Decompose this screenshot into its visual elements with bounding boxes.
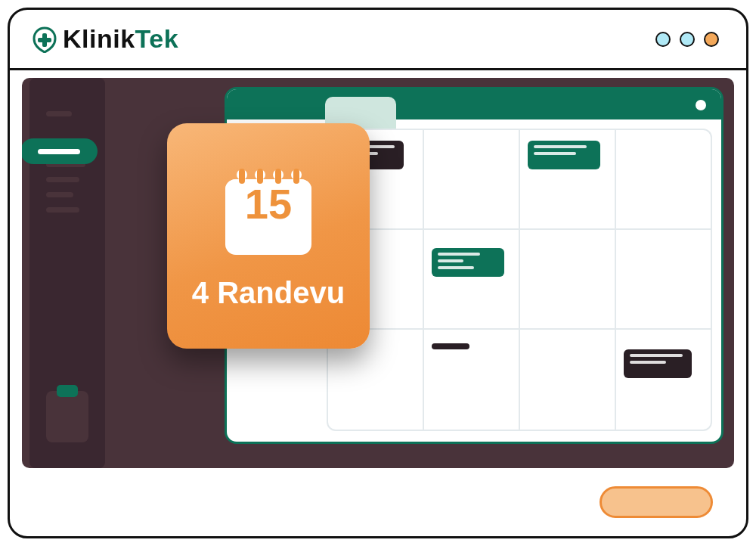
- window-dot-3[interactable]: [704, 32, 719, 47]
- calendar-event[interactable]: [528, 141, 600, 169]
- brand-name: KlinikTek: [63, 24, 178, 54]
- calendar-cell[interactable]: [520, 130, 616, 228]
- clipboard-icon[interactable]: [43, 385, 91, 445]
- calendar-cell[interactable]: [520, 330, 616, 430]
- calendar-cell[interactable]: [616, 130, 711, 228]
- svg-rect-13: [293, 169, 299, 184]
- workspace: [22, 78, 734, 468]
- window-controls: [655, 32, 719, 47]
- sidebar-item-label: [38, 149, 80, 154]
- calendar-cell[interactable]: [424, 330, 520, 430]
- appointment-count-label: 4 Randevu: [192, 276, 345, 310]
- calendar-cell[interactable]: [424, 230, 520, 328]
- brand-logo: KlinikTek: [31, 24, 178, 54]
- sidebar: [29, 78, 105, 468]
- day-number: 15: [245, 179, 292, 228]
- calendar-cell[interactable]: [616, 330, 711, 430]
- calendar-event[interactable]: [624, 349, 692, 378]
- calendar-grid: [327, 129, 712, 431]
- calendar-cell[interactable]: [424, 130, 520, 228]
- sidebar-item[interactable]: [46, 207, 79, 213]
- svg-rect-2: [46, 391, 88, 442]
- day-summary-card[interactable]: 15 4 Randevu: [167, 123, 370, 349]
- brand-part1: Klinik: [63, 24, 135, 53]
- calendar-cell[interactable]: [616, 230, 711, 328]
- calendar-cell[interactable]: [520, 230, 616, 328]
- window-dot-2[interactable]: [680, 32, 695, 47]
- browser-header: KlinikTek: [10, 10, 746, 70]
- svg-rect-1: [38, 38, 51, 42]
- window-dot-1[interactable]: [655, 32, 671, 47]
- sidebar-item[interactable]: [46, 111, 72, 116]
- medical-cross-icon: [31, 26, 58, 53]
- calendar-event[interactable]: [432, 343, 469, 349]
- svg-rect-10: [239, 169, 245, 184]
- bottom-bar: [22, 476, 734, 529]
- calendar-event[interactable]: [432, 248, 504, 277]
- sidebar-item[interactable]: [46, 177, 79, 182]
- action-button[interactable]: [600, 486, 713, 518]
- brand-part2: Tek: [135, 24, 179, 53]
- window-control-icon[interactable]: [696, 100, 706, 110]
- calendar-titlebar: [227, 89, 721, 119]
- sidebar-item[interactable]: [46, 192, 73, 197]
- svg-rect-3: [57, 385, 78, 397]
- sidebar-item-active[interactable]: [22, 138, 98, 164]
- browser-frame: KlinikTek: [8, 8, 748, 538]
